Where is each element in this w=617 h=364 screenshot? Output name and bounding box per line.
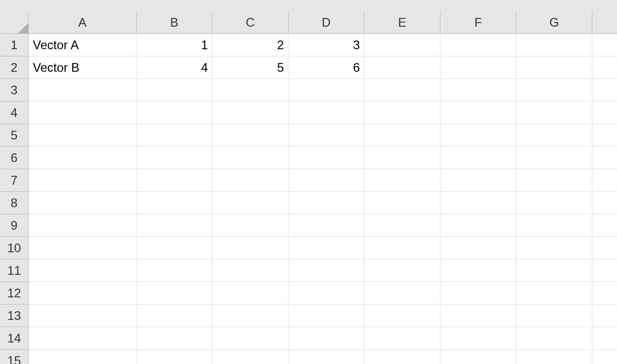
cell-G7[interactable] xyxy=(516,169,592,192)
row-header-9[interactable]: 9 xyxy=(0,214,29,237)
row-header-8[interactable]: 8 xyxy=(0,192,29,214)
cell-A12[interactable] xyxy=(29,282,137,305)
cell-G3[interactable] xyxy=(516,79,592,102)
cell-E7[interactable] xyxy=(364,169,440,192)
row-header-3[interactable]: 3 xyxy=(0,79,29,102)
cell-G2[interactable] xyxy=(516,56,592,79)
cell-A6[interactable] xyxy=(29,147,137,169)
cell-F2[interactable] xyxy=(440,56,516,79)
cell-A13[interactable] xyxy=(29,305,137,327)
cell-B6[interactable] xyxy=(137,147,213,169)
cell-D12[interactable] xyxy=(288,282,364,305)
cell-G5[interactable] xyxy=(516,124,592,147)
cell-D1[interactable]: 3 xyxy=(288,34,364,56)
cell-A1[interactable]: Vector A xyxy=(29,34,137,56)
cell-D14[interactable] xyxy=(288,327,364,350)
row-header-13[interactable]: 13 xyxy=(0,305,29,327)
cell-D5[interactable] xyxy=(288,124,364,147)
cell-C14[interactable] xyxy=(213,327,288,350)
cell-B3[interactable] xyxy=(137,79,213,102)
col-header-G[interactable]: G xyxy=(516,11,592,34)
row-header-15[interactable]: 15 xyxy=(0,350,29,364)
cell-B7[interactable] xyxy=(137,169,213,192)
cell-G11[interactable] xyxy=(516,259,592,282)
cell-C1[interactable]: 2 xyxy=(213,34,288,56)
cell-E8[interactable] xyxy=(364,192,440,214)
col-header-A[interactable]: A xyxy=(29,11,137,34)
cell-B14[interactable] xyxy=(137,327,213,350)
row-header-5[interactable]: 5 xyxy=(0,124,29,147)
cell-B15[interactable] xyxy=(137,350,213,364)
cell-F5[interactable] xyxy=(440,124,516,147)
cell-C7[interactable] xyxy=(213,169,288,192)
cell-G8[interactable] xyxy=(516,192,592,214)
cell-A2[interactable]: Vector B xyxy=(29,56,137,79)
cell-C3[interactable] xyxy=(213,79,288,102)
cell-E11[interactable] xyxy=(364,259,440,282)
cell-A11[interactable] xyxy=(29,259,137,282)
cell-B4[interactable] xyxy=(137,102,213,124)
row-header-7[interactable]: 7 xyxy=(0,169,29,192)
cell-F11[interactable] xyxy=(440,259,516,282)
col-header-B[interactable]: B xyxy=(137,11,213,34)
cell-C8[interactable] xyxy=(213,192,288,214)
cell-D11[interactable] xyxy=(288,259,364,282)
cell-E15[interactable] xyxy=(364,350,440,364)
select-all-corner[interactable] xyxy=(0,11,29,34)
cell-E12[interactable] xyxy=(364,282,440,305)
cell-D4[interactable] xyxy=(288,102,364,124)
cell-B1[interactable]: 1 xyxy=(137,34,213,56)
row-header-12[interactable]: 12 xyxy=(0,282,29,305)
cell-G15[interactable] xyxy=(516,350,592,364)
cell-G10[interactable] xyxy=(516,237,592,259)
cell-E13[interactable] xyxy=(364,305,440,327)
cell-D10[interactable] xyxy=(288,237,364,259)
cell-F7[interactable] xyxy=(440,169,516,192)
cell-A3[interactable] xyxy=(29,79,137,102)
cell-F4[interactable] xyxy=(440,102,516,124)
row-header-4[interactable]: 4 xyxy=(0,102,29,124)
row-header-1[interactable]: 1 xyxy=(0,34,29,56)
cell-G13[interactable] xyxy=(516,305,592,327)
cell-C12[interactable] xyxy=(213,282,288,305)
cell-C15[interactable] xyxy=(213,350,288,364)
cell-F10[interactable] xyxy=(440,237,516,259)
cell-F15[interactable] xyxy=(440,350,516,364)
cell-E10[interactable] xyxy=(364,237,440,259)
cell-A4[interactable] xyxy=(29,102,137,124)
cell-G14[interactable] xyxy=(516,327,592,350)
cell-G6[interactable] xyxy=(516,147,592,169)
cell-G9[interactable] xyxy=(516,214,592,237)
cell-D3[interactable] xyxy=(288,79,364,102)
cell-C13[interactable] xyxy=(213,305,288,327)
cell-D9[interactable] xyxy=(288,214,364,237)
cell-E5[interactable] xyxy=(364,124,440,147)
cell-F14[interactable] xyxy=(440,327,516,350)
cell-A9[interactable] xyxy=(29,214,137,237)
cell-B10[interactable] xyxy=(137,237,213,259)
cell-A5[interactable] xyxy=(29,124,137,147)
cell-A10[interactable] xyxy=(29,237,137,259)
cell-D2[interactable]: 6 xyxy=(288,56,364,79)
cell-E4[interactable] xyxy=(364,102,440,124)
row-header-11[interactable]: 11 xyxy=(0,259,29,282)
cell-C9[interactable] xyxy=(213,214,288,237)
cell-D8[interactable] xyxy=(288,192,364,214)
cell-C2[interactable]: 5 xyxy=(213,56,288,79)
cell-D6[interactable] xyxy=(288,147,364,169)
cell-A7[interactable] xyxy=(29,169,137,192)
cell-C11[interactable] xyxy=(213,259,288,282)
cell-D7[interactable] xyxy=(288,169,364,192)
col-header-C[interactable]: C xyxy=(213,11,288,34)
cell-B9[interactable] xyxy=(137,214,213,237)
row-header-6[interactable]: 6 xyxy=(0,147,29,169)
cell-B11[interactable] xyxy=(137,259,213,282)
cell-B5[interactable] xyxy=(137,124,213,147)
cell-F12[interactable] xyxy=(440,282,516,305)
cell-E1[interactable] xyxy=(364,34,440,56)
cell-F1[interactable] xyxy=(440,34,516,56)
cell-E2[interactable] xyxy=(364,56,440,79)
cell-G12[interactable] xyxy=(516,282,592,305)
cell-F9[interactable] xyxy=(440,214,516,237)
cell-B13[interactable] xyxy=(137,305,213,327)
